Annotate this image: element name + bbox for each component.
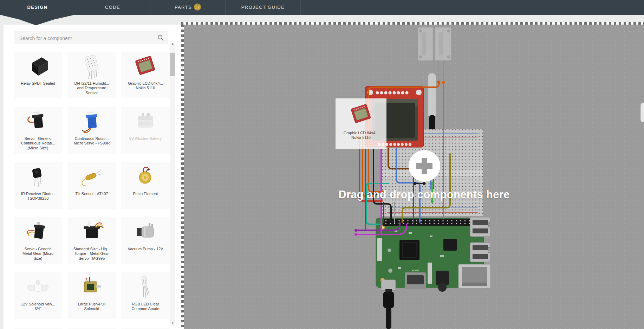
component-tile[interactable]: Servo - GenericContinuous Rotati...(Micr… — [14, 107, 62, 154]
component-label: Servo - GenericMetal Gear (MicroSize) — [14, 247, 62, 261]
component-tile[interactable]: 12V Solenoid Valv...3/4" — [14, 272, 62, 319]
component-tile[interactable]: DHT22/11 Humidit...and TemperatureSensor — [67, 52, 116, 98]
mg995-servo-icon — [67, 217, 116, 247]
canvas-dashed-border-top — [181, 22, 644, 25]
svg-text:1543: 1543 — [487, 247, 490, 253]
component-label: Tilt Sensor - AT407 — [67, 192, 116, 196]
dragging-component-ghost[interactable]: Graphic LCD 84x4...Nokia 5110 — [336, 98, 386, 149]
nokia5110-lcd-icon — [342, 98, 380, 131]
tab-project-guide-label: PROJECT GUIDE — [241, 5, 285, 10]
gpio-header[interactable] — [383, 219, 475, 226]
component-tile[interactable]: Tilt Sensor - AT407 — [67, 162, 116, 209]
relay-icon — [14, 52, 62, 81]
dht22-sensor-icon — [67, 52, 116, 81]
rgb-led-icon — [121, 272, 170, 302]
soc-chip — [399, 240, 419, 260]
canvas-dashed-border-left — [181, 25, 184, 329]
parts-count-badge: 12 — [194, 4, 201, 11]
component-label: Piezo Element — [121, 192, 170, 196]
svg-text:HDMI: HDMI — [412, 269, 419, 272]
scroll-down-icon[interactable]: ▼ — [170, 321, 175, 326]
csi-connector — [428, 263, 432, 284]
component-label: DHT22/11 Humidit...and TemperatureSensor — [67, 81, 116, 95]
usb-power-cable[interactable] — [383, 289, 394, 329]
active-tab-notch — [0, 15, 75, 25]
tab-project-guide[interactable]: PROJECT GUIDE — [226, 0, 301, 15]
piezo-icon — [121, 162, 170, 192]
component-label: Vacuum Pump - 12V — [121, 247, 170, 251]
palette-scrollbar-thumb[interactable] — [170, 53, 175, 76]
component-tile-partial[interactable] — [67, 328, 116, 329]
tab-design[interactable]: DESIGN — [0, 0, 75, 15]
page-scrollbar-thumb[interactable] — [640, 103, 644, 122]
ghost-label: Graphic LCD 84x4...Nokia 5110 — [343, 131, 380, 140]
component-label: Standard Size - Hig...Torque - Metal Gea… — [67, 247, 116, 261]
component-tile[interactable]: Continuous Rotati...Micro Servo - FS90R — [67, 107, 116, 154]
metal-gear-servo-icon — [14, 217, 62, 247]
component-label: IR Receiver Diode -TSOP38238 — [14, 192, 62, 201]
nokia5110-lcd-icon — [121, 52, 170, 81]
micro-servo-icon — [14, 107, 62, 136]
micro-usb-port — [381, 280, 396, 290]
component-search — [14, 31, 168, 44]
magnetic-door-switch[interactable] — [418, 27, 451, 60]
add-components-drop-target[interactable] — [409, 150, 440, 182]
dsi-connector — [377, 238, 382, 261]
component-tile[interactable]: Servo - GenericMetal Gear (MicroSize) — [14, 217, 62, 264]
component-tile[interactable]: Piezo Element — [121, 162, 170, 209]
component-tile[interactable]: RGB LED ClearCommon Anode — [121, 272, 170, 319]
component-label: Continuous Rotati...Micro Servo - FS90R — [67, 136, 116, 146]
search-icon[interactable] — [157, 34, 164, 41]
component-label: Servo - GenericContinuous Rotati...(Micr… — [14, 136, 62, 150]
circuit-canvas[interactable]: 1543 1543 HDMI — [184, 25, 644, 329]
component-tile[interactable]: Vacuum Pump - 12V — [121, 217, 170, 264]
ir-receiver-icon — [14, 162, 62, 192]
component-tile[interactable]: Standard Size - Hig...Torque - Metal Gea… — [67, 217, 116, 264]
vacuum-pump-icon — [121, 217, 170, 247]
tab-parts-label: PARTS — [175, 5, 192, 10]
component-label: Large Push-PullSolenoid — [67, 302, 116, 311]
component-palette-panel: Relay SPDT Sealed — [4, 25, 181, 329]
component-tile-partial[interactable] — [121, 328, 170, 329]
component-tile-partial[interactable] — [14, 328, 62, 329]
component-tile[interactable]: Graphic LCD 84x4...Nokia 5110 — [121, 52, 170, 98]
component-grid: Relay SPDT Sealed — [14, 52, 170, 329]
component-tile[interactable]: IR Receiver Diode -TSOP38238 — [14, 162, 62, 209]
raspberry-pi[interactable]: 1543 1543 HDMI — [376, 217, 490, 292]
tilt-sensor-icon — [67, 162, 116, 192]
search-input[interactable] — [19, 31, 157, 45]
drop-overlay-text: Drag and drop components here — [315, 188, 533, 201]
tab-code-label: CODE — [105, 5, 120, 10]
ethernet-port — [458, 264, 490, 288]
palette-scrollbar-track[interactable] — [170, 41, 175, 326]
tab-parts[interactable]: PARTS12 — [150, 0, 226, 15]
audio-jack — [436, 271, 449, 292]
component-tile[interactable]: Relay SPDT Sealed — [14, 52, 62, 98]
component-label: Graphic LCD 84x4...Nokia 5110 — [121, 81, 170, 91]
component-tile[interactable]: Large Push-PullSolenoid — [67, 272, 116, 319]
svg-text:1543: 1543 — [487, 221, 490, 228]
top-navbar: DESIGN CODE PARTS12 PROJECT GUIDE — [0, 0, 644, 15]
component-label: 12V Solenoid Valv...3/4" — [14, 302, 62, 311]
push-pull-solenoid-icon — [67, 272, 116, 302]
component-label: Relay SPDT Sealed — [14, 81, 62, 86]
fs90r-servo-icon — [67, 107, 116, 136]
tab-code[interactable]: CODE — [75, 0, 150, 15]
component-label: RGB LED ClearCommon Anode — [121, 302, 170, 311]
reed-switch-leads — [439, 60, 443, 80]
component-label: 9V Alkaline Battery — [121, 136, 170, 141]
tab-design-label: DESIGN — [27, 5, 47, 10]
component-tile[interactable]: 9V Alkaline Battery — [121, 107, 170, 154]
solenoid-valve-icon — [14, 272, 62, 302]
battery-9v-icon — [121, 107, 170, 136]
usb-controller-chip — [443, 239, 457, 251]
scroll-up-icon[interactable]: ▲ — [170, 41, 175, 46]
